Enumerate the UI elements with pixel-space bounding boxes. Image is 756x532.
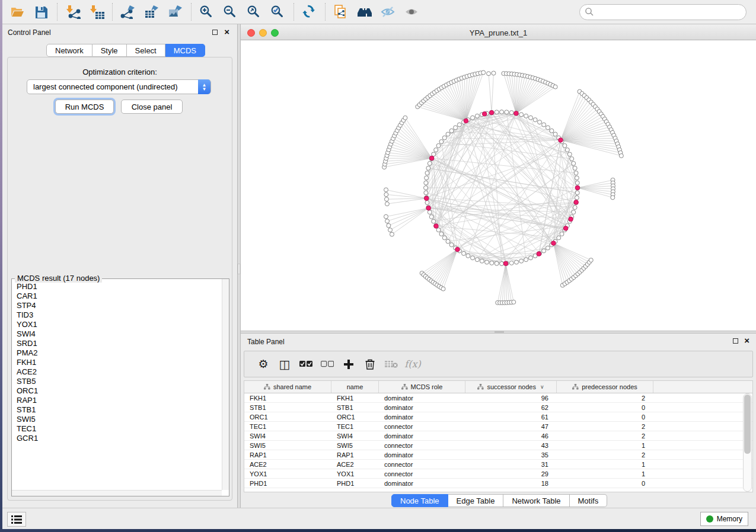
table-tab-network-table[interactable]: Network Table	[503, 494, 569, 507]
column-header-MCDS-role[interactable]: MCDS role	[379, 381, 465, 393]
save-session-button[interactable]	[30, 2, 53, 22]
export-image-button[interactable]	[164, 2, 187, 22]
network-node[interactable]	[428, 210, 432, 214]
open-file-button[interactable]	[6, 2, 30, 22]
result-node[interactable]: TEC1	[17, 424, 221, 434]
zoom-selected-button[interactable]	[266, 2, 290, 22]
network-node[interactable]	[565, 148, 569, 152]
close-panel-icon[interactable]: ×	[224, 27, 229, 37]
network-node[interactable]	[500, 110, 504, 114]
show-selected-button[interactable]	[400, 2, 424, 22]
network-node[interactable]	[575, 196, 579, 200]
zoom-out-button[interactable]	[219, 2, 243, 22]
satellite-node[interactable]	[385, 219, 390, 223]
network-node[interactable]	[425, 176, 429, 180]
result-horizontal-scrollbar[interactable]	[12, 490, 222, 496]
result-node[interactable]: RAP1	[17, 396, 221, 405]
network-node[interactable]	[446, 239, 450, 243]
mcds-dominator-node[interactable]	[503, 261, 508, 266]
result-node[interactable]: ACE2	[17, 367, 221, 377]
network-node[interactable]	[442, 136, 446, 140]
table-vertical-scrollbar[interactable]	[743, 393, 752, 492]
search-binoculars-button[interactable]	[353, 2, 377, 22]
network-node[interactable]	[538, 120, 542, 124]
table-close-icon[interactable]: ×	[744, 335, 749, 346]
network-node[interactable]	[480, 259, 484, 263]
network-node[interactable]	[426, 166, 430, 170]
mcds-dominator-node[interactable]	[575, 185, 580, 190]
network-node[interactable]	[475, 114, 479, 118]
network-node[interactable]	[574, 171, 578, 175]
tab-select[interactable]: Select	[127, 44, 165, 57]
table-row[interactable]: ACE2ACE2connector311	[244, 460, 752, 469]
result-node[interactable]: STB5	[17, 377, 221, 386]
table-row[interactable]: TEC1TEC1connector472	[244, 422, 752, 431]
mcds-dominator-node[interactable]	[426, 206, 431, 210]
mcds-dominator-node[interactable]	[489, 110, 494, 115]
satellite-node[interactable]	[611, 196, 615, 200]
satellite-node[interactable]	[388, 228, 393, 232]
mcds-dominator-node[interactable]	[574, 200, 579, 205]
result-node[interactable]: SWI5	[17, 415, 221, 424]
vertical-splitter-handle[interactable]	[238, 264, 240, 274]
task-history-button[interactable]	[7, 512, 26, 527]
network-node[interactable]	[570, 157, 574, 161]
satellite-node[interactable]	[481, 70, 486, 75]
network-node[interactable]	[475, 258, 479, 262]
satellite-node[interactable]	[385, 202, 389, 206]
network-node[interactable]	[439, 140, 444, 144]
network-node[interactable]	[524, 258, 528, 262]
mcds-dominator-node[interactable]	[559, 138, 563, 143]
network-node[interactable]	[505, 110, 509, 114]
gear-button[interactable]: ⚙	[253, 354, 274, 374]
criterion-dropdown[interactable]: largest connected component (undirected)…	[27, 79, 211, 94]
mcds-dominator-node[interactable]	[455, 247, 460, 252]
mcds-dominator-node[interactable]	[563, 226, 568, 231]
result-node[interactable]: PHD1	[17, 282, 221, 291]
satellite-node[interactable]	[384, 214, 388, 219]
network-node[interactable]	[533, 118, 537, 122]
run-mcds-button[interactable]: Run MCDS	[55, 100, 114, 114]
network-node[interactable]	[432, 219, 436, 223]
result-node[interactable]: CAR1	[17, 291, 221, 301]
result-vertical-scrollbar[interactable]	[222, 279, 229, 490]
satellite-node[interactable]	[441, 287, 445, 291]
result-node[interactable]: PMA2	[17, 348, 221, 358]
result-node[interactable]: YOX1	[17, 320, 221, 329]
satellite-node[interactable]	[619, 153, 623, 158]
column-header-shared-name[interactable]: shared name	[244, 381, 331, 393]
delete-column-button[interactable]	[359, 354, 381, 374]
mcds-dominator-node[interactable]	[434, 224, 439, 229]
network-node[interactable]	[528, 256, 532, 260]
network-node[interactable]	[436, 143, 441, 148]
network-node[interactable]	[575, 176, 579, 180]
network-node[interactable]	[485, 260, 489, 264]
mcds-dominator-node[interactable]	[514, 111, 519, 116]
tab-network[interactable]: Network	[46, 44, 92, 57]
network-node[interactable]	[428, 161, 432, 165]
table-row[interactable]: SWI5SWI5connector431	[244, 441, 752, 450]
import-network-button[interactable]	[61, 2, 85, 22]
table-tab-motifs[interactable]: Motifs	[570, 494, 608, 507]
network-node[interactable]	[572, 210, 576, 214]
network-node[interactable]	[429, 214, 433, 219]
mcds-dominator-node[interactable]	[537, 252, 541, 257]
satellite-node[interactable]	[512, 300, 516, 304]
horizontal-splitter-handle[interactable]	[495, 331, 504, 333]
result-node[interactable]: GCR1	[17, 434, 221, 443]
hide-selected-button[interactable]	[377, 2, 400, 22]
select-all-button[interactable]	[295, 354, 317, 374]
table-row[interactable]: FKH1FKH1dominator962	[244, 393, 752, 403]
search-input[interactable]	[579, 4, 747, 20]
float-panel-icon[interactable]	[212, 30, 218, 35]
clone-network-button[interactable]	[329, 2, 353, 22]
zoom-fit-button[interactable]	[243, 2, 266, 22]
satellite-node[interactable]	[403, 116, 407, 120]
table-tab-edge-table[interactable]: Edge Table	[448, 494, 504, 507]
network-node[interactable]	[519, 113, 524, 117]
network-node[interactable]	[449, 129, 454, 133]
network-node[interactable]	[560, 232, 564, 236]
network-graph[interactable]	[241, 40, 756, 331]
memory-button[interactable]: Memory	[700, 512, 748, 526]
export-table-button[interactable]	[140, 2, 164, 22]
